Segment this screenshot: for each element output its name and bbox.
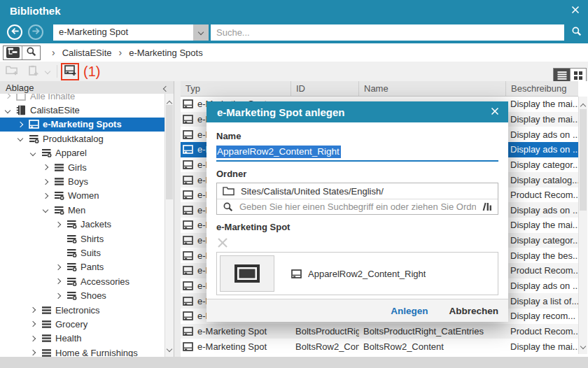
tree-view-toggle-button[interactable] (4, 46, 22, 59)
expander-closed-icon[interactable] (31, 337, 41, 341)
expander-open-icon[interactable] (6, 108, 16, 113)
tree-item-home-furnishings[interactable]: Home & Furnishings (0, 346, 164, 357)
more-actions-button[interactable] (46, 69, 50, 73)
search-input[interactable] (211, 24, 564, 41)
forward-button[interactable] (28, 24, 43, 40)
tree-item-grocery[interactable]: Grocery (0, 317, 164, 331)
create-button[interactable]: Anlegen (391, 306, 428, 316)
breadcrumb-item-folder[interactable]: e-Marketing Spots (129, 48, 203, 58)
tree-item-e-marketing-spots[interactable]: e-Marketing Spots (0, 118, 164, 132)
breadcrumb-separator: › (118, 47, 122, 58)
collapse-panel-button[interactable] (164, 83, 168, 93)
breadcrumb-bar: › CalistaESite › e-Marketing Spots (0, 43, 588, 62)
expander-open-icon[interactable] (43, 208, 54, 212)
search-icon[interactable] (567, 26, 585, 38)
panel-splitter[interactable] (174, 81, 181, 357)
tree-item-produktkatalog[interactable]: Produktkatalog (0, 132, 164, 146)
tree-item-calistaesite[interactable]: CalistaESite (0, 103, 164, 117)
table-row[interactable]: e-Marketing SpotBoltsRow2_ContentBoltsRo… (181, 339, 578, 354)
tree-item-shirts[interactable]: Shirts (0, 232, 164, 246)
paste-button[interactable] (28, 65, 38, 78)
expander-closed-icon[interactable] (56, 265, 66, 269)
catalog-icon (66, 248, 80, 257)
spot-icon (183, 311, 193, 320)
tree-item-boys[interactable]: Boys (0, 174, 164, 188)
spot-thumbnail (220, 255, 274, 292)
column-header-beschreibung[interactable]: Beschreibung (506, 81, 578, 96)
folder-tree: Alle InhalteCalistaESitee-Marketing Spot… (0, 94, 164, 357)
tree-item-health[interactable]: Health (0, 332, 164, 346)
breadcrumb-item-site[interactable]: CalistaESite (62, 48, 112, 58)
cell-beschreibung: Display the mai... (506, 341, 578, 352)
scroll-down-icon[interactable] (580, 344, 586, 349)
expander-closed-icon[interactable] (18, 122, 29, 127)
tree-item-accessories[interactable]: Accessories (0, 274, 164, 288)
cell-beschreibung: Display ads on ... (506, 205, 578, 215)
content-type-dropdown[interactable]: e-Marketing Spot (53, 24, 209, 41)
expander-closed-icon[interactable] (43, 194, 54, 198)
column-header-id[interactable]: ID (291, 81, 359, 96)
name-value-selected: ApparelRow2_Content_Right (216, 146, 341, 158)
tree-item-jackets[interactable]: Jackets (0, 218, 164, 232)
cancel-button[interactable]: Abbrechen (449, 306, 498, 316)
content-type-value: e-Marketing Spot (53, 24, 193, 41)
spot-card[interactable]: ApparelRow2_Content_Right (216, 252, 498, 295)
folder-search-row[interactable]: Geben Sie hier einen Suchbegriff ein ode… (217, 199, 498, 214)
tree-item-girls[interactable]: Girls (0, 160, 164, 174)
remove-spot-icon[interactable] (217, 237, 228, 250)
tree-item-label: Grocery (55, 319, 88, 330)
new-folder-button[interactable] (6, 65, 18, 78)
tree-item-label: Shirts (80, 234, 104, 244)
window-close-icon[interactable] (571, 6, 580, 16)
cell-beschreibung: Display the bes... (506, 250, 578, 261)
chevron-down-icon (45, 69, 50, 74)
tree-item-pants[interactable]: Pants (0, 260, 164, 274)
expander-closed-icon[interactable] (56, 222, 66, 227)
expander-closed-icon[interactable] (43, 165, 54, 169)
catalog-icon (54, 191, 68, 200)
cell-name: BoltsRow2_Content (359, 341, 506, 352)
expander-closed-icon[interactable] (56, 294, 66, 298)
scrollbar-thumb[interactable] (166, 105, 173, 199)
expander-closed-icon[interactable] (6, 94, 16, 98)
expander-closed-icon[interactable] (56, 279, 66, 283)
folder-path-row[interactable]: Sites/Calista/United States/English/ (217, 183, 498, 199)
scroll-down-icon[interactable] (167, 346, 172, 352)
tree-item-electronics[interactable]: Electronics (0, 303, 164, 317)
dropdown-chevron-button[interactable] (193, 24, 209, 41)
name-label: Name (216, 131, 498, 141)
table-scrollbar[interactable] (578, 97, 587, 354)
tree-item-suits[interactable]: Suits (0, 246, 164, 260)
tree-item-men[interactable]: Men (0, 203, 164, 217)
tree-item-label: e-Marketing Spots (43, 119, 122, 129)
spot-icon (183, 99, 193, 108)
spot-section-label: e-Marketing Spot (216, 222, 498, 232)
back-button[interactable] (7, 24, 22, 40)
expander-open-icon[interactable] (31, 151, 41, 155)
name-input[interactable]: ApparelRow2_Content_Right (216, 145, 498, 162)
search-toggle-button[interactable] (22, 46, 40, 59)
expander-closed-icon[interactable] (31, 322, 41, 326)
new-folder-icon (6, 65, 18, 78)
catalog-icon (66, 291, 80, 300)
tree-item-apparel[interactable]: Apparel (0, 146, 164, 160)
chevron-left-icon (163, 85, 169, 91)
expander-open-icon[interactable] (18, 136, 29, 141)
tree-scrollbar[interactable] (164, 94, 174, 357)
dialog-close-icon[interactable] (491, 107, 499, 118)
column-header-name[interactable]: Name (359, 81, 506, 96)
column-header-typ[interactable]: Typ (181, 81, 291, 96)
tree-item-women[interactable]: Women (0, 189, 164, 203)
table-row[interactable]: e-Marketing SpotBoltsProductRight...Bolt… (181, 324, 578, 339)
scrollbar-thumb[interactable] (580, 109, 587, 211)
search-icon (26, 46, 36, 59)
expander-closed-icon[interactable] (31, 308, 41, 312)
expander-closed-icon[interactable] (31, 351, 41, 355)
expander-closed-icon[interactable] (43, 180, 54, 184)
cell-typ: e-Marketing Spot (181, 326, 291, 337)
scroll-up-icon[interactable] (580, 104, 586, 109)
spot-icon (183, 145, 193, 154)
filter-icon[interactable] (482, 202, 492, 211)
create-spot-button-highlight[interactable] (61, 63, 79, 80)
tree-item-shoes[interactable]: Shoes (0, 288, 164, 302)
